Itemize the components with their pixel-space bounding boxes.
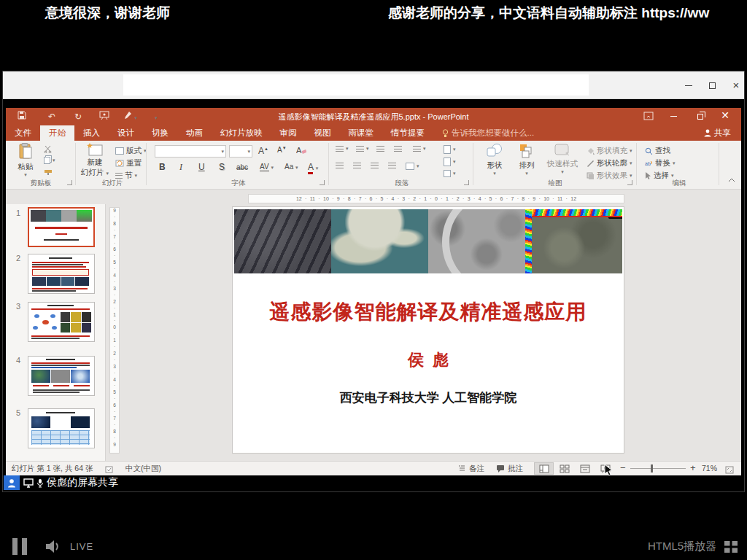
smartart-convert-button[interactable]: ▾ <box>444 170 456 177</box>
ribbon-display-options-button[interactable] <box>643 112 654 122</box>
new-slide-label-1: 新建 <box>79 158 111 168</box>
italic-button[interactable]: I <box>179 162 182 173</box>
grow-font-button[interactable]: A▲ <box>258 146 268 156</box>
ppt-restore-button[interactable] <box>697 112 703 122</box>
save-button[interactable] <box>18 111 26 122</box>
undo-button[interactable]: ↶ <box>48 111 55 122</box>
drawing-dialog-launcher[interactable] <box>627 180 632 185</box>
volume-button[interactable] <box>44 537 63 556</box>
outer-maximize-button[interactable] <box>705 79 719 92</box>
justify-button[interactable] <box>388 163 396 168</box>
line-spacing-button[interactable]: ▾ <box>413 146 426 152</box>
align-text-button[interactable]: ▾ <box>444 158 456 166</box>
columns-button[interactable]: ▾ <box>406 163 419 170</box>
notes-button[interactable]: 备注 <box>458 462 484 475</box>
tab-yuketang[interactable]: 雨课堂 <box>340 125 383 141</box>
tab-home[interactable]: 开始 <box>40 125 74 141</box>
shrink-font-button[interactable]: A▼ <box>277 146 287 154</box>
align-left-button[interactable] <box>336 163 344 168</box>
zoom-in-button[interactable]: + <box>690 461 696 475</box>
horizontal-ruler[interactable]: 12 · 11 · 10 · 9 · 8 · 7 · 6 · 5 · 4 · 3… <box>248 194 624 203</box>
start-slideshow-button[interactable] <box>99 111 109 122</box>
fit-to-window-button[interactable] <box>725 464 734 478</box>
qat-customize-button[interactable]: ▾ <box>155 111 158 122</box>
cut-button[interactable] <box>44 145 53 153</box>
increase-indent-button[interactable] <box>394 146 402 152</box>
scissors-icon <box>44 145 53 153</box>
slide-canvas[interactable]: 遥感影像智能解译及精准遥感应用 侯 彪 西安电子科技大学 人工智能学院 <box>232 206 624 454</box>
replace-button[interactable]: ab 替换 ▾ <box>645 158 676 168</box>
font-name-combo[interactable]: ▾ <box>155 145 226 158</box>
thumbnail-item-1[interactable]: 1 <box>6 207 106 251</box>
font-color-button[interactable]: A ▾ <box>308 162 318 172</box>
tab-storyboard[interactable]: 情节提要 <box>382 125 433 141</box>
thumbnail-slide-3[interactable] <box>28 302 95 342</box>
zoom-level[interactable]: 71% <box>702 462 717 475</box>
ppt-minimize-button[interactable] <box>670 111 677 121</box>
tab-insert[interactable]: 插入 <box>74 125 109 141</box>
collapse-ribbon-button[interactable] <box>728 176 735 184</box>
tab-view[interactable]: 视图 <box>306 125 340 141</box>
font-dialog-launcher[interactable] <box>320 180 325 185</box>
change-case-button[interactable]: Aa ▾ <box>285 163 298 171</box>
find-button[interactable]: 查找 <box>645 146 670 156</box>
character-spacing-button[interactable]: AV ▾ <box>260 163 274 171</box>
close-icon: ✕ <box>721 109 729 121</box>
tell-me-box[interactable]: 告诉我您想要做什么... <box>433 125 543 141</box>
zoom-slider-thumb[interactable] <box>651 464 653 472</box>
redo-button[interactable]: ↻ <box>74 111 82 122</box>
thumbnail-item-4[interactable]: 4 <box>6 354 106 400</box>
thumbnail-item-5[interactable]: 5 <box>6 407 106 452</box>
thumbnail-slide-2[interactable] <box>28 254 95 294</box>
thumbnail-item-2[interactable]: 2 <box>6 252 106 298</box>
text-shadow-button[interactable]: S <box>219 162 225 172</box>
format-painter-button[interactable] <box>44 169 53 177</box>
strikethrough-button[interactable]: abc <box>236 163 248 171</box>
presenter-avatar[interactable] <box>4 475 20 490</box>
reset-button[interactable]: 重置 <box>115 158 142 168</box>
thumbnail-slide-5[interactable] <box>28 408 95 448</box>
share-button[interactable]: 共享 <box>698 125 737 141</box>
language-status[interactable]: 中文(中国) <box>125 462 161 475</box>
comments-button[interactable]: 批注 <box>496 462 523 475</box>
clear-formatting-button[interactable]: A <box>296 146 306 157</box>
ink-tools-button[interactable]: ▾ <box>124 111 137 122</box>
tab-transitions[interactable]: 切换 <box>143 125 177 141</box>
slide-sorter-view-button[interactable] <box>554 462 574 475</box>
thumbnail-item-3[interactable]: 3 <box>6 300 106 346</box>
tab-design[interactable]: 设计 <box>109 125 143 141</box>
tab-file[interactable]: 文件 <box>6 125 40 141</box>
thumbnail-slide-1[interactable] <box>28 207 95 247</box>
underline-button[interactable]: U <box>198 162 205 172</box>
ribbon-tab-row: 文件 开始 插入 设计 切换 动画 幻灯片放映 审阅 视图 雨课堂 情节提要 告… <box>6 125 741 141</box>
tab-slideshow[interactable]: 幻灯片放映 <box>212 125 271 141</box>
shape-fill-button[interactable]: 形状填充▾ <box>587 146 632 156</box>
align-right-button[interactable] <box>371 163 379 168</box>
fullscreen-button[interactable] <box>722 538 740 556</box>
bullets-button[interactable]: ▾ <box>336 146 349 152</box>
vertical-ruler[interactable]: 9 · 8 · 7 · 6 · 5 · 4 · 3 · 2 · 1 · 0 · … <box>109 207 120 454</box>
outer-close-button[interactable]: × <box>729 79 743 92</box>
copy-button[interactable]: ▾ <box>44 157 55 164</box>
align-center-button[interactable] <box>353 163 361 168</box>
text-direction-button[interactable]: ▾ <box>444 145 456 154</box>
outer-minimize-button[interactable] <box>682 79 695 92</box>
paragraph-dialog-launcher[interactable] <box>464 180 469 185</box>
numbering-button[interactable]: ▾ <box>356 146 369 152</box>
bold-button[interactable]: B <box>159 162 166 172</box>
ppt-window-title: 遥感影像智能解译及精准遥感应用5.pptx - PowerPoint <box>6 108 741 125</box>
font-size-combo[interactable]: ▾ <box>229 145 252 158</box>
clipboard-dialog-launcher[interactable] <box>67 180 72 185</box>
ppt-close-button[interactable]: ✕ <box>721 110 729 120</box>
reading-view-button[interactable] <box>575 462 595 475</box>
thumbnail-slide-4[interactable] <box>28 356 95 396</box>
pause-button[interactable] <box>12 538 27 555</box>
shape-outline-button[interactable]: 形状轮廓▾ <box>587 158 632 168</box>
tab-animations[interactable]: 动画 <box>177 125 212 141</box>
zoom-slider-track[interactable] <box>630 468 686 469</box>
tab-review[interactable]: 审阅 <box>271 125 306 141</box>
decrease-indent-button[interactable] <box>376 146 384 152</box>
normal-view-button[interactable] <box>534 462 554 475</box>
layout-button[interactable]: 版式▾ <box>115 146 147 156</box>
zoom-out-button[interactable]: − <box>620 461 626 475</box>
